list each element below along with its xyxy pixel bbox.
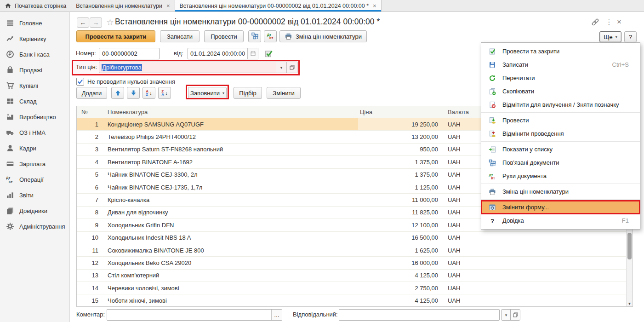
post-and-close-button[interactable]: Провести та закрити <box>76 30 155 42</box>
close-form-icon[interactable]: × <box>615 18 623 26</box>
row-number: 5 <box>77 169 103 181</box>
copy-icon <box>488 88 496 95</box>
svg-text:Кт: Кт <box>269 36 274 40</box>
menu-item-save[interactable]: ЗаписатиCtrl+S <box>481 58 640 71</box>
price-change-print-button[interactable]: Зміна цін номенклатури <box>279 30 367 42</box>
sort-descending-button[interactable]: ZA↓ <box>158 87 171 99</box>
sidebar-item-reports[interactable]: Звіти <box>0 187 69 203</box>
tab-label: Встановлення цін номенклатури 00-0000000… <box>180 3 369 9</box>
menu-item-show-list[interactable]: Показати у списку <box>481 143 640 156</box>
responsible-input[interactable] <box>339 309 500 321</box>
column-header-price[interactable]: Ціна <box>358 106 444 118</box>
scrollbar-down-icon[interactable]: ▼ <box>627 302 633 306</box>
responsible-open-icon[interactable] <box>510 309 520 321</box>
skip-zero-values-checkbox[interactable]: Не проводити нульові значення <box>76 78 175 86</box>
related-documents-button[interactable] <box>248 30 261 42</box>
forward-arrow-icon: → <box>93 19 99 26</box>
tab-doc[interactable]: Встановлення цін номенклатури 00-0000000… <box>175 0 382 12</box>
table-row[interactable]: 15Чоботи жіночі, зимові4 125,00UAH <box>77 294 633 307</box>
tab-close-icon[interactable]: × <box>166 2 170 9</box>
calendar-icon[interactable] <box>247 48 258 59</box>
date-field[interactable]: 01.01.2024 00:00:00 <box>188 48 258 59</box>
row-price: 950,00 <box>358 144 444 155</box>
tab-list[interactable]: Встановлення цін номенклатури× <box>71 0 175 12</box>
document-movements-button[interactable]: ДтКт <box>264 30 277 42</box>
more-button[interactable]: Ще▾ <box>599 31 621 42</box>
menu-item-copy[interactable]: Скопіювати <box>481 85 640 98</box>
fill-button[interactable]: Заповнити▾ <box>188 87 227 99</box>
menu-item-label: Скопіювати <box>502 88 634 95</box>
sidebar-item-catalogs[interactable]: Довідники <box>0 203 69 218</box>
table-row[interactable]: 13Стіл комп'ютерний4 125,00UAH <box>77 270 633 282</box>
price-type-open-icon[interactable] <box>286 62 297 73</box>
checkbox-check-icon <box>76 78 84 86</box>
sidebar-item-bank[interactable]: Банк і каса <box>0 46 69 62</box>
menu-item-delete-mark[interactable]: Відмітити для вилучення / Зняти позначку <box>481 98 640 111</box>
sort-ascending-button[interactable]: AZ↓ <box>142 87 155 99</box>
number-input[interactable] <box>99 48 160 59</box>
sidebar-item-production[interactable]: Виробництво <box>0 109 69 125</box>
back-button[interactable]: ← <box>77 17 89 28</box>
sidebar-item-sales[interactable]: Продажі <box>0 62 69 78</box>
table-row[interactable]: 11Соковижималка BINATONE JE 8001 625,00U… <box>77 244 633 257</box>
comment-ellipsis-icon[interactable]: … <box>271 310 282 320</box>
menu-item-related[interactable]: Пов'язані документи <box>481 156 640 169</box>
column-header-number[interactable]: № <box>77 106 103 118</box>
menu-item-post[interactable]: Провести <box>481 114 640 127</box>
sidebar-item-purchases[interactable]: Купівлі <box>0 78 69 93</box>
menu-item-print[interactable]: Зміна цін номенклатури <box>481 185 640 198</box>
sidebar-item-operations[interactable]: ДтКтОперації <box>0 172 69 187</box>
get-link-icon[interactable] <box>591 18 599 26</box>
row-currency: UAH <box>444 257 485 269</box>
sidebar-item-warehouse[interactable]: Склад <box>0 93 69 109</box>
save-button[interactable]: Записати <box>160 30 199 42</box>
post-button[interactable]: Провести <box>204 30 244 42</box>
tab-close-icon[interactable]: × <box>373 2 376 9</box>
table-row[interactable]: 14Черевики чоловічі, зимові2 750,00UAH <box>77 282 633 294</box>
delete-mark-icon <box>488 101 496 109</box>
menu-item-refresh[interactable]: Перечитати <box>481 71 640 85</box>
change-button[interactable]: Змінити <box>267 87 301 99</box>
row-nomenclature: Кондиціонер SAMSUNG AQ07UGF <box>103 118 358 130</box>
tab-home[interactable]: Початкова сторінка <box>0 0 71 12</box>
price-type-label: Тип цін: <box>76 63 97 70</box>
sidebar-item-sections[interactable]: Головне <box>0 15 69 31</box>
menu-item-unpost[interactable]: Відмінити проведення <box>481 127 640 140</box>
row-nomenclature: Чоботи жіночі, зимові <box>103 294 358 306</box>
scrollbar-thumb[interactable] <box>627 233 632 259</box>
responsible-dropdown-icon[interactable]: ▾ <box>501 309 511 321</box>
column-header-nomenclature[interactable]: Номенклатура <box>103 106 358 118</box>
sidebar-item-salary[interactable]: Зарплата <box>0 156 69 172</box>
price-type-dropdown-icon[interactable]: ▾ <box>276 62 286 73</box>
move-up-button[interactable] <box>111 87 124 99</box>
comment-field[interactable]: … <box>107 309 282 321</box>
pick-button[interactable]: Підбір <box>234 87 262 99</box>
favorite-star-icon[interactable]: ☆ <box>106 17 114 28</box>
price-type-field[interactable]: Дрібногуртова ▾ <box>99 62 297 73</box>
column-header-currency[interactable]: Валюта <box>444 106 485 118</box>
menu-item-doc-check[interactable]: Провести та закрити <box>481 45 640 58</box>
sidebar-item-trend[interactable]: Керівнику <box>0 31 69 46</box>
table-row[interactable]: 12Холодильник Beko CSA 2902016 000,00UAH <box>77 257 633 269</box>
row-currency: UAH <box>444 181 485 193</box>
menu-item-form[interactable]: Змінити форму... <box>481 201 640 214</box>
menu-item-dtkt[interactable]: ДтКтРухи документа <box>481 169 640 183</box>
row-nomenclature: Телевізор Philips 24PHT4000/12 <box>103 131 358 143</box>
row-number: 14 <box>77 282 103 294</box>
move-down-button[interactable] <box>127 87 140 99</box>
kebab-menu-icon[interactable]: ⋮ <box>605 18 613 26</box>
menu-item-help[interactable]: ?ДовідкаF1 <box>481 214 640 227</box>
sidebar-item-label: ОЗ і НМА <box>19 129 46 136</box>
arrow-up-icon <box>114 89 122 97</box>
sidebar-item-assets[interactable]: ОЗ і НМА <box>0 125 69 140</box>
table-row[interactable]: 10Холодильник Indesit NBS 18 A16 500,00U… <box>77 232 633 244</box>
add-row-button[interactable]: Додати <box>76 87 107 99</box>
row-number: 8 <box>77 207 103 218</box>
sidebar-item-hr[interactable]: Кадри <box>0 140 69 156</box>
row-nomenclature: Черевики чоловічі, зимові <box>103 282 358 294</box>
forward-button[interactable]: → <box>90 17 102 28</box>
help-button[interactable]: ? <box>624 31 637 42</box>
sidebar-item-admin[interactable]: Адміністрування <box>0 218 69 234</box>
help-icon: ? <box>488 217 496 224</box>
sidebar-item-label: Довідники <box>19 207 47 214</box>
